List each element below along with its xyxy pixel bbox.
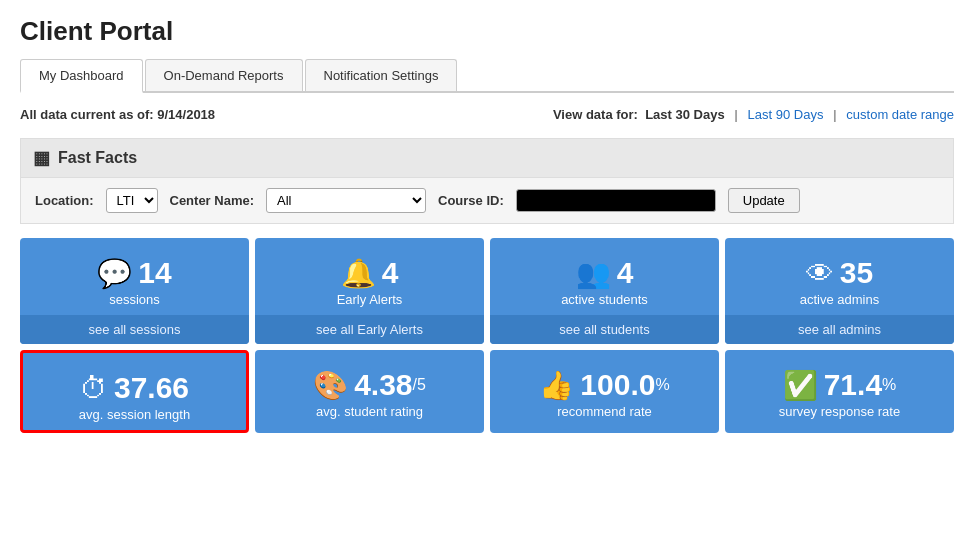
stat-survey-response-rate-top: ✅ 71.4 % survey response rate	[725, 350, 954, 427]
stat-sessions-top: 💬 14 sessions	[20, 238, 249, 315]
survey-response-rate-label: survey response rate	[735, 404, 944, 419]
stat-avg-session-length-top: ⏱ 37.66 avg. session length	[23, 353, 246, 430]
tab-bar: My Dashboard On-Demand Reports Notificat…	[20, 59, 954, 93]
avg-student-rating-icon: 🎨	[313, 369, 348, 402]
filter-bar: Location: LTI Center Name: All Course ID…	[20, 177, 954, 224]
active-students-label: active students	[500, 292, 709, 307]
stat-early-alerts[interactable]: 🔔 4 Early Alerts see all Early Alerts	[255, 238, 484, 344]
recommend-rate-label: recommend rate	[500, 404, 709, 419]
early-alerts-label: Early Alerts	[265, 292, 474, 307]
stat-active-students[interactable]: 👥 4 active students see all students	[490, 238, 719, 344]
active-admins-icon: 👁	[806, 257, 834, 290]
center-name-select[interactable]: All	[266, 188, 426, 213]
stat-avg-student-rating-top: 🎨 4.38 /5 avg. student rating	[255, 350, 484, 427]
stat-active-admins-top: 👁 35 active admins	[725, 238, 954, 315]
active-admins-label: active admins	[735, 292, 944, 307]
data-bar: All data current as of: 9/14/2018 View d…	[20, 107, 954, 122]
fast-facts-header: ▦ Fast Facts	[20, 138, 954, 177]
tab-my-dashboard[interactable]: My Dashboard	[20, 59, 143, 93]
stat-sessions[interactable]: 💬 14 sessions see all sessions	[20, 238, 249, 344]
stat-recommend-rate[interactable]: 👍 100.0 % recommend rate	[490, 350, 719, 433]
location-label: Location:	[35, 193, 94, 208]
active-students-icon: 👥	[576, 257, 611, 290]
avg-session-length-label: avg. session length	[33, 407, 236, 422]
avg-session-length-number: 37.66	[114, 371, 189, 405]
avg-session-length-icon: ⏱	[80, 372, 108, 405]
stat-survey-response-rate[interactable]: ✅ 71.4 % survey response rate	[725, 350, 954, 433]
custom-date-range-link[interactable]: custom date range	[846, 107, 954, 122]
sessions-number: 14	[138, 256, 171, 290]
view-data-options: View data for: Last 30 Days | Last 90 Da…	[553, 107, 954, 122]
location-select[interactable]: LTI	[106, 188, 158, 213]
survey-response-rate-icon: ✅	[783, 369, 818, 402]
recommend-rate-unit: %	[655, 376, 669, 394]
active-admins-link[interactable]: see all admins	[725, 315, 954, 344]
stats-row-2: ⏱ 37.66 avg. session length 🎨 4.38 /5 av…	[20, 350, 954, 433]
stat-active-students-top: 👥 4 active students	[490, 238, 719, 315]
active-students-link[interactable]: see all students	[490, 315, 719, 344]
page-title: Client Portal	[20, 16, 954, 47]
avg-student-rating-unit: /5	[413, 376, 426, 394]
early-alerts-number: 4	[382, 256, 399, 290]
active-students-number: 4	[617, 256, 634, 290]
stat-recommend-rate-top: 👍 100.0 % recommend rate	[490, 350, 719, 427]
stat-avg-session-length[interactable]: ⏱ 37.66 avg. session length	[20, 350, 249, 433]
update-button[interactable]: Update	[728, 188, 800, 213]
avg-student-rating-number: 4.38	[354, 368, 412, 402]
stat-early-alerts-top: 🔔 4 Early Alerts	[255, 238, 484, 315]
fast-facts-title: Fast Facts	[58, 149, 137, 167]
avg-student-rating-label: avg. student rating	[265, 404, 474, 419]
separator-2: |	[833, 107, 837, 122]
early-alerts-link[interactable]: see all Early Alerts	[255, 315, 484, 344]
early-alerts-icon: 🔔	[341, 257, 376, 290]
tab-notification-settings[interactable]: Notification Settings	[305, 59, 458, 91]
stat-active-admins[interactable]: 👁 35 active admins see all admins	[725, 238, 954, 344]
course-id-label: Course ID:	[438, 193, 504, 208]
center-name-label: Center Name:	[170, 193, 255, 208]
stat-avg-student-rating[interactable]: 🎨 4.38 /5 avg. student rating	[255, 350, 484, 433]
sessions-icon: 💬	[97, 257, 132, 290]
view-data-label: View data for:	[553, 107, 638, 122]
tab-on-demand-reports[interactable]: On-Demand Reports	[145, 59, 303, 91]
active-admins-number: 35	[840, 256, 873, 290]
sessions-label: sessions	[30, 292, 239, 307]
sessions-link[interactable]: see all sessions	[20, 315, 249, 344]
grid-icon: ▦	[33, 147, 50, 169]
survey-response-rate-unit: %	[882, 376, 896, 394]
recommend-rate-icon: 👍	[539, 369, 574, 402]
last-90-days-link[interactable]: Last 90 Days	[748, 107, 824, 122]
data-current-label: All data current as of: 9/14/2018	[20, 107, 215, 122]
stats-row-1: 💬 14 sessions see all sessions 🔔 4 Early…	[20, 238, 954, 344]
course-id-input[interactable]	[516, 189, 716, 212]
last-30-days[interactable]: Last 30 Days	[645, 107, 725, 122]
separator-1: |	[734, 107, 738, 122]
survey-response-rate-number: 71.4	[824, 368, 882, 402]
recommend-rate-number: 100.0	[580, 368, 655, 402]
